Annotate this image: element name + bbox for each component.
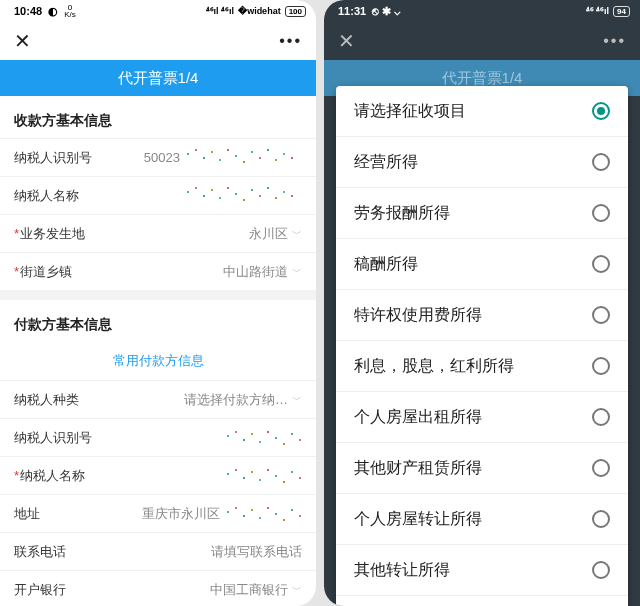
row-payee-name[interactable]: 纳税人名称 — [0, 176, 316, 214]
phone-right: 11:31 ⎋ ✱ ⌵ ⁴⁶ ⁴⁶ıl 94 ✕ ••• 代开普票1/4 请选择… — [324, 0, 640, 606]
status-net: ⁴⁶ ⁴⁶ıl — [586, 6, 610, 16]
row-payer-tax-id[interactable]: 纳税人识别号 — [0, 418, 316, 456]
redaction-icon — [182, 146, 302, 170]
redaction-icon — [222, 504, 302, 524]
redaction-icon — [222, 428, 302, 448]
chevron-down-icon: ﹀ — [292, 583, 302, 597]
form-scroll[interactable]: 收款方基本信息 纳税人识别号 50023 纳税人名称 业务发生地 永川区﹀ 街道… — [0, 96, 316, 606]
status-battery: 94 — [613, 6, 630, 17]
value-bank: 中国工商银行﹀ — [76, 581, 302, 599]
row-town[interactable]: 街道乡镇 中山路街道﹀ — [0, 252, 316, 290]
option-label: 个人房屋转让所得 — [354, 509, 482, 530]
value-business-place: 永川区﹀ — [95, 225, 302, 243]
option-sheet: 请选择征收项目 经营所得 劳务报酬所得 稿酬所得 特许权使用费所得 利息，股息，… — [336, 86, 628, 606]
option-label: 利息，股息，红利所得 — [354, 356, 514, 377]
option-label: 劳务报酬所得 — [354, 203, 450, 224]
close-button[interactable]: ✕ — [338, 31, 355, 51]
radio-icon — [592, 102, 610, 120]
phone-left: 10:48 ◐ 0K/s ⁴⁶ıl ⁴⁶ıl �widehat 100 ✕ ••… — [0, 0, 316, 606]
chevron-down-icon: ﹀ — [292, 265, 302, 279]
radio-icon — [592, 459, 610, 477]
radio-icon — [592, 510, 610, 528]
option-royalty-income[interactable]: 特许权使用费所得 — [336, 290, 628, 341]
more-button[interactable]: ••• — [279, 32, 302, 50]
status-time: 10:48 — [14, 5, 42, 17]
option-label: 其他转让所得 — [354, 560, 450, 581]
option-label: 经营所得 — [354, 152, 418, 173]
radio-icon — [592, 561, 610, 579]
more-button[interactable]: ••• — [603, 32, 626, 50]
row-address[interactable]: 地址 重庆市永川区 — [0, 494, 316, 532]
section-header-payer: 付款方基本信息 — [0, 300, 316, 342]
section-header-payee: 收款方基本信息 — [0, 96, 316, 138]
option-house-rent-income[interactable]: 个人房屋出租所得 — [336, 392, 628, 443]
label-payer-tax-id: 纳税人识别号 — [14, 429, 92, 447]
section-gap — [0, 290, 316, 300]
option-placeholder[interactable]: 请选择征收项目 — [336, 86, 628, 137]
option-author-income[interactable]: 稿酬所得 — [336, 239, 628, 290]
radio-icon — [592, 255, 610, 273]
label-payer-name: 纳税人名称 — [14, 467, 85, 485]
row-payee-tax-id[interactable]: 纳税人识别号 50023 — [0, 138, 316, 176]
close-button[interactable]: ✕ — [14, 31, 31, 51]
option-business-income[interactable]: 经营所得 — [336, 137, 628, 188]
value-payer-kind: 请选择付款方纳…﹀ — [89, 391, 302, 409]
row-payer-name[interactable]: 纳税人名称 — [0, 456, 316, 494]
radio-icon — [592, 204, 610, 222]
label-payer-kind: 纳税人种类 — [14, 391, 79, 409]
radio-icon — [592, 153, 610, 171]
radio-icon — [592, 357, 610, 375]
status-glyph: ◐ — [48, 5, 58, 18]
value-payer-tax-id — [102, 428, 302, 448]
chevron-down-icon: ﹀ — [292, 393, 302, 407]
status-net: ⁴⁶ıl ⁴⁶ıl — [206, 6, 235, 16]
value-address: 重庆市永川区 — [50, 504, 302, 524]
redaction-icon — [182, 184, 302, 208]
radio-icon — [592, 306, 610, 324]
chevron-down-icon: ﹀ — [292, 227, 302, 241]
label-bank: 开户银行 — [14, 581, 66, 599]
value-payee-tax-id: 50023 — [102, 146, 302, 170]
label-address: 地址 — [14, 505, 40, 523]
option-label: 请选择征收项目 — [354, 101, 466, 122]
label-business-place: 业务发生地 — [14, 225, 85, 243]
label-payee-tax-id: 纳税人识别号 — [14, 149, 92, 167]
status-bar: 10:48 ◐ 0K/s ⁴⁶ıl ⁴⁶ıl �widehat 100 — [0, 0, 316, 22]
option-label: 其他财产租赁所得 — [354, 458, 482, 479]
nav-bar: ✕ ••• — [0, 22, 316, 60]
status-bar: 11:31 ⎋ ✱ ⌵ ⁴⁶ ⁴⁶ıl 94 — [324, 0, 640, 22]
label-payee-name: 纳税人名称 — [14, 187, 79, 205]
option-label: 特许权使用费所得 — [354, 305, 482, 326]
option-label: 个人房屋出租所得 — [354, 407, 482, 428]
status-icons: ⎋ ✱ ⌵ — [372, 5, 401, 18]
value-payer-name — [95, 466, 302, 486]
option-house-transfer-income[interactable]: 个人房屋转让所得 — [336, 494, 628, 545]
status-time: 11:31 — [338, 5, 366, 17]
row-phone[interactable]: 联系电话 请填写联系电话 — [0, 532, 316, 570]
wifi-icon: �widehat — [238, 6, 281, 16]
option-other-lease-income[interactable]: 其他财产租赁所得 — [336, 443, 628, 494]
radio-icon — [592, 408, 610, 426]
option-label: 稿酬所得 — [354, 254, 418, 275]
page-title: 代开普票1/4 — [0, 60, 316, 96]
row-bank[interactable]: 开户银行 中国工商银行﹀ — [0, 570, 316, 606]
nav-bar: ✕ ••• — [324, 22, 640, 60]
value-payee-name — [89, 184, 302, 208]
value-phone: 请填写联系电话 — [76, 543, 302, 561]
label-town: 街道乡镇 — [14, 263, 72, 281]
redaction-icon — [222, 466, 302, 486]
row-payer-kind[interactable]: 纳税人种类 请选择付款方纳…﹀ — [0, 380, 316, 418]
option-labor-income[interactable]: 劳务报酬所得 — [336, 188, 628, 239]
row-business-place[interactable]: 业务发生地 永川区﹀ — [0, 214, 316, 252]
status-speed: 0K/s — [64, 4, 76, 18]
label-phone: 联系电话 — [14, 543, 66, 561]
option-interest-dividend-income[interactable]: 利息，股息，红利所得 — [336, 341, 628, 392]
status-battery: 100 — [285, 6, 306, 17]
option-other-transfer-income[interactable]: 其他转让所得 — [336, 545, 628, 596]
value-town: 中山路街道﹀ — [82, 263, 302, 281]
common-payer-link[interactable]: 常用付款方信息 — [0, 342, 316, 380]
